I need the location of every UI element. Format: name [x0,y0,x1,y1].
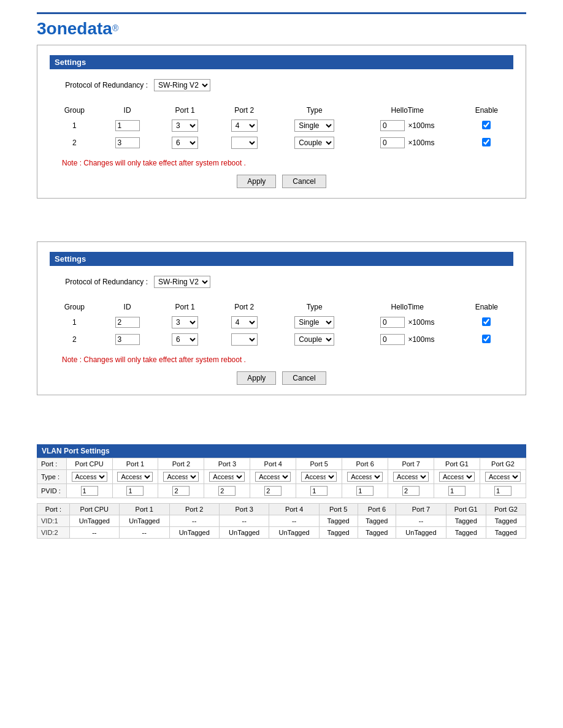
col-hellotime-1: HelloTime [355,104,460,117]
hello-cell: ×100ms [355,331,460,348]
vlan-pvid-row: PVID : [37,484,526,498]
vid2-p1: -- [120,527,169,539]
type-select-1-2[interactable]: CoupleSingle [294,137,334,149]
type-select-p1[interactable]: AccessTrunkHybrid [117,472,153,482]
vid-g2-col: Port G2 [486,504,526,515]
type-select-p3[interactable]: AccessTrunkHybrid [209,472,245,482]
pvid-input-p1[interactable] [126,486,144,496]
hello-input-1-1[interactable] [380,120,405,131]
type-select-1-1[interactable]: SingleCouple [294,119,334,132]
port1-cell: 6123457G1G2 [155,331,215,348]
port2-select-1-1[interactable]: 4123567G1G2 [231,119,258,132]
pvid-input-p4[interactable] [264,486,282,496]
pvid-input-p7[interactable] [402,486,419,496]
settings-header-1: Settings [50,55,513,69]
id-input-2-1[interactable] [115,317,140,328]
id-input-cell [99,314,156,331]
type-cpu: AccessTrunkHybrid [66,470,112,484]
protocol-select-2[interactable]: SW-Ring V2 SW-Ring V1 RSTP None [154,276,210,288]
settings-header-2: Settings [50,252,513,266]
port-3-header: Port 3 [204,458,250,470]
pvid-input-p6[interactable] [356,486,373,496]
vid2-p4: UnTagged [269,527,319,539]
pvid-input-g2[interactable] [494,486,511,496]
vid2-p5: Tagged [319,527,358,539]
pvid-cpu [66,484,112,498]
vlan-section: VLAN Port Settings Port : Port CPU Port … [37,444,526,539]
vlan-port-table: Port : Port CPU Port 1 Port 2 Port 3 Por… [37,458,526,498]
port2-select-2-1[interactable]: 4123567G1G2 [231,316,258,328]
enable-check-1-1[interactable] [482,121,491,129]
pvid-input-p3[interactable] [218,486,236,496]
vid1-p5: Tagged [319,515,358,527]
type-select-p7[interactable]: AccessTrunkHybrid [393,472,429,482]
protocol-select-1[interactable]: SW-Ring V2 SW-Ring V1 RSTP None [154,79,210,91]
hello-input-2-2[interactable] [380,334,405,345]
vid-summary-table: Port : Port CPU Port 1 Port 2 Port 3 Por… [37,503,526,539]
apply-button-2[interactable]: Apply [237,371,276,385]
port1-select-2-2[interactable]: 6123457G1G2 [172,333,198,346]
port1-select-1-2[interactable]: 6123457G1G2 [172,137,198,149]
vid-p1-col: Port 1 [120,504,169,515]
enable-check-2-2[interactable] [482,335,491,343]
vid1-p4: -- [269,515,319,527]
pvid-input-cpu[interactable] [81,486,98,496]
type-select-g2[interactable]: AccessTrunkHybrid [485,472,521,482]
hello-input-2-1[interactable] [380,317,405,328]
type-select-p5[interactable]: AccessTrunkHybrid [301,472,337,482]
enable-check-1-2[interactable] [482,138,491,146]
enable-check-2-1[interactable] [482,317,491,326]
group-val: 2 [50,331,99,348]
vid-p4-col: Port 4 [269,504,319,515]
type-p1: AccessTrunkHybrid [112,470,158,484]
col-id-2: ID [99,300,156,314]
note-2: Note : Changes will only take effect aft… [62,355,513,364]
type-select-p6[interactable]: AccessTrunkHybrid [347,472,383,482]
vlan-port-row: Port : Port CPU Port 1 Port 2 Port 3 Por… [37,458,526,470]
pvid-p1 [112,484,158,498]
id-input-cell [99,134,156,151]
port2-select-2-2[interactable]: 1234567G1G2 [231,333,258,346]
type-select-cpu[interactable]: AccessTrunkHybrid [72,472,107,482]
type-select-p2[interactable]: AccessTrunkHybrid [163,472,199,482]
type-select-p4[interactable]: AccessTrunkHybrid [255,472,291,482]
hello-cell: ×100ms [355,134,460,151]
type-p4: AccessTrunkHybrid [250,470,296,484]
vid2-p3: UnTagged [219,527,269,539]
type-select-2-2[interactable]: CoupleSingle [294,333,334,346]
port2-select-1-2[interactable]: 1234567G1G2 [231,137,258,149]
pvid-input-p5[interactable] [310,486,327,496]
apply-button-1[interactable]: Apply [237,175,276,188]
vid-header-row: Port : Port CPU Port 1 Port 2 Port 3 Por… [37,504,526,515]
type-cell: CoupleSingle [274,134,355,151]
table-row: VID:2 -- -- UnTagged UnTagged UnTagged T… [37,527,526,539]
type-p5: AccessTrunkHybrid [296,470,342,484]
col-enable-2: Enable [460,300,513,314]
col-type-2: Type [274,300,355,314]
protocol-row-2: Protocol of Redundancy : SW-Ring V2 SW-R… [50,276,513,288]
port1-select-1-1[interactable]: 3124567G1G2 [172,119,198,132]
col-group-1: Group [50,104,99,117]
pvid-input-p2[interactable] [172,486,190,496]
table-row: 1 3124567G1G2 4123567G1G2 S [50,117,513,134]
vid1-p7: -- [396,515,446,527]
port2-cell: 4123567G1G2 [215,314,274,331]
vid1-cpu: UnTagged [69,515,119,527]
type-select-2-1[interactable]: SingleCouple [294,316,334,328]
vid2-p6: Tagged [358,527,396,539]
vid-cpu-col: Port CPU [69,504,119,515]
cancel-button-2[interactable]: Cancel [282,371,326,385]
group-val: 2 [50,134,99,151]
id-input-2-2[interactable] [115,334,140,345]
id-input-1-2[interactable] [115,137,140,148]
vid-p2-col: Port 2 [169,504,219,515]
protocol-label-2: Protocol of Redundancy : [50,278,148,286]
port1-select-2-1[interactable]: 3124567G1G2 [172,316,198,328]
col-enable-1: Enable [460,104,513,117]
type-select-g1[interactable]: AccessTrunkHybrid [439,472,475,482]
type-cell: CoupleSingle [274,331,355,348]
id-input-1-1[interactable] [115,120,140,131]
pvid-input-g1[interactable] [448,486,465,496]
cancel-button-1[interactable]: Cancel [282,175,326,188]
hello-input-1-2[interactable] [380,137,405,148]
